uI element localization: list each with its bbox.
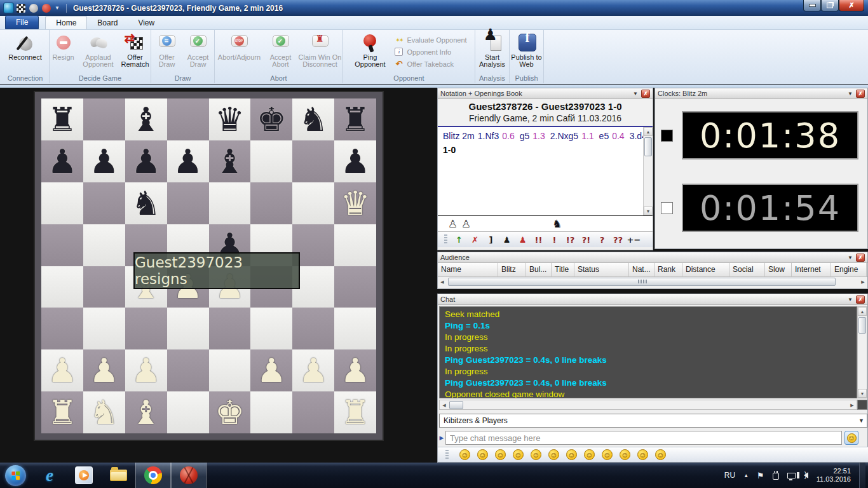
square-f2[interactable]: ♟: [250, 349, 292, 391]
notation-scrollbar[interactable]: ▲ ▼: [643, 127, 653, 215]
notation-panel-header[interactable]: Notation + Openings Book ▼ ✗: [438, 88, 653, 99]
tab-view[interactable]: View: [128, 17, 165, 29]
publish-to-web-button[interactable]: Publish to Web: [511, 31, 543, 68]
annotation-bracket[interactable]: ]: [483, 235, 499, 245]
resign-button[interactable]: Resign: [49, 31, 78, 61]
square-c7[interactable]: ♟: [125, 140, 167, 182]
taskbar-file-explorer[interactable]: [101, 463, 135, 488]
emoticon-laughing[interactable]: [602, 449, 613, 460]
square-a8[interactable]: ♜: [41, 98, 83, 140]
square-d8[interactable]: [167, 98, 209, 140]
annotation-red-pawn[interactable]: ♟: [515, 235, 531, 245]
square-f7[interactable]: [250, 140, 292, 182]
square-c2[interactable]: ♟: [125, 349, 167, 391]
annotation-interesting[interactable]: !?: [562, 235, 578, 245]
square-b3[interactable]: [83, 308, 125, 349]
square-d3[interactable]: [167, 308, 209, 349]
reconnect-button[interactable]: Reconnect: [3, 31, 48, 61]
tray-clock[interactable]: 22:51 11.03.2016: [817, 467, 851, 484]
square-h1[interactable]: ♜: [334, 391, 376, 433]
scroll-left-icon[interactable]: ◀: [438, 277, 447, 287]
accept-abort-button[interactable]: Accept Abort: [266, 31, 296, 68]
square-h6[interactable]: ♛: [334, 182, 376, 224]
volume-icon[interactable]: [804, 472, 808, 478]
square-g7[interactable]: [292, 140, 334, 182]
book-white-pawn-1[interactable]: ♙: [448, 217, 458, 230]
power-icon[interactable]: [773, 473, 779, 480]
annotation-dubious[interactable]: ?!: [578, 235, 594, 245]
column-header-status[interactable]: Status: [574, 263, 629, 276]
square-e1[interactable]: ♚: [209, 391, 251, 433]
square-c6[interactable]: ♞: [125, 182, 167, 224]
column-header-social[interactable]: Social: [729, 263, 765, 276]
rematch-icon[interactable]: [17, 4, 25, 13]
emoticon-surprised[interactable]: [531, 449, 541, 460]
square-h2[interactable]: ♟: [334, 349, 376, 391]
square-a3[interactable]: [41, 308, 83, 349]
start-analysis-button[interactable]: Start Analysis: [477, 31, 508, 68]
emoticon-thinking[interactable]: [637, 449, 648, 460]
square-c8[interactable]: ♝: [125, 98, 167, 140]
square-g3[interactable]: [292, 308, 334, 349]
annotation-delete[interactable]: ✗: [467, 235, 483, 245]
square-f3[interactable]: [250, 308, 292, 349]
clocks-close-icon[interactable]: ✗: [856, 90, 865, 98]
audience-scrollbar[interactable]: ◀ ▶: [438, 277, 867, 287]
annotation-black-pawn[interactable]: ♟: [499, 235, 515, 245]
annotation-good[interactable]: !: [546, 235, 562, 245]
taskbar-internet-explorer[interactable]: e: [32, 463, 67, 488]
move[interactable]: 2.Nxg5: [550, 131, 578, 141]
square-e8[interactable]: ♛: [209, 98, 251, 140]
column-header-title[interactable]: Title: [552, 263, 574, 276]
emoticon-angry[interactable]: [655, 449, 666, 460]
applaud-opponent-button[interactable]: Applaud Opponent: [79, 31, 118, 68]
square-d2[interactable]: [167, 349, 209, 391]
language-indicator[interactable]: RU: [724, 471, 735, 480]
square-g8[interactable]: ♞: [292, 98, 334, 140]
annotation-brilliant[interactable]: !!: [531, 235, 546, 245]
scroll-up-icon[interactable]: ▲: [858, 307, 867, 316]
scroll-left-icon[interactable]: ◀: [440, 400, 449, 410]
square-e7[interactable]: ♝: [209, 140, 251, 182]
offer-takeback-button[interactable]: Offer Takeback: [394, 59, 466, 69]
channel-selector[interactable]: Kibitzers & Players ▼: [439, 414, 867, 428]
emoticon-confused[interactable]: [584, 449, 595, 460]
chat-vertical-scrollbar[interactable]: ▲ ▼: [857, 306, 867, 398]
clocks-panel-header[interactable]: Clocks: Blitz 2m ▼ ✗: [655, 88, 867, 99]
scroll-down-icon[interactable]: ▼: [644, 207, 653, 215]
emoticon-smile[interactable]: [459, 449, 470, 460]
scroll-right-icon[interactable]: ▶: [848, 400, 857, 410]
square-g6[interactable]: [292, 182, 334, 224]
emoticon-joking[interactable]: [620, 449, 630, 460]
chat-panel-header[interactable]: Chat ▼ ✗: [438, 294, 867, 305]
square-b6[interactable]: [83, 182, 125, 224]
annotation-arrow-up[interactable]: ↑: [451, 235, 467, 245]
emoticon-kiss[interactable]: [566, 449, 577, 460]
square-b4[interactable]: [83, 266, 125, 308]
audience-panel-header[interactable]: Audience ▼ ✗: [438, 252, 867, 263]
ping-opponent-button[interactable]: Ping Opponent: [349, 31, 390, 68]
square-c3[interactable]: [125, 308, 167, 349]
accept-draw-button[interactable]: Accept Draw: [183, 31, 214, 68]
annotation-white-winning[interactable]: +−: [626, 235, 642, 245]
square-g1[interactable]: [292, 391, 334, 433]
square-d6[interactable]: [167, 182, 209, 224]
app-icon[interactable]: [3, 3, 14, 13]
close-button[interactable]: ✗: [839, 0, 864, 11]
tab-file[interactable]: File: [5, 15, 39, 29]
column-header-rank[interactable]: Rank: [654, 263, 682, 276]
notation-close-icon[interactable]: ✗: [641, 90, 650, 98]
taskbar-chrome[interactable]: [135, 463, 171, 488]
network-icon[interactable]: [787, 473, 796, 478]
book-white-pawn-2[interactable]: ♙: [461, 217, 471, 230]
column-header-distance[interactable]: Distance: [682, 263, 729, 276]
square-f1[interactable]: [250, 391, 292, 433]
square-b5[interactable]: [83, 224, 125, 266]
square-g2[interactable]: ♟: [292, 349, 334, 391]
opponent-info-button[interactable]: Opponent Info: [394, 47, 466, 57]
tab-board[interactable]: Board: [87, 17, 128, 29]
move[interactable]: g5: [520, 131, 530, 141]
taskbar-playchess[interactable]: [171, 463, 207, 488]
square-h5[interactable]: [334, 224, 376, 266]
emoticon-unamused[interactable]: [495, 449, 506, 460]
